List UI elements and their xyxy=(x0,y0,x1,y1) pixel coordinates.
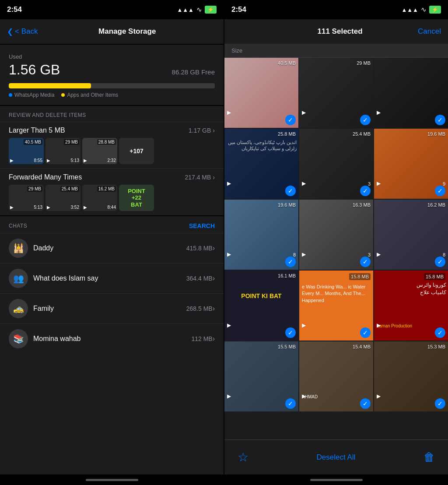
battery-icon-right: ⚡ xyxy=(429,6,441,14)
video-icon-2: ▶ xyxy=(47,158,50,163)
forwarded-thumb-row: 29 MB ▶ 5:13 25.4 MB ▶ 3:52 16.2 MB ▶ 8:… xyxy=(9,185,215,211)
cell-dur-3-3: 8 xyxy=(443,252,445,257)
nav-bar-left: ❮ < Back Manage Storage xyxy=(0,19,224,44)
larger-thumb-1-size: 40.5 MB xyxy=(24,139,42,145)
legend-apps-label: Apps and Other Items xyxy=(67,92,118,98)
forwarded-size: 217.4 MB › xyxy=(185,174,215,181)
chat-name-family: Family xyxy=(33,305,186,313)
cell-video-1-2: ▶ xyxy=(302,109,306,116)
chat-name-islam: What does Islam say xyxy=(33,274,186,282)
grid-row-5: 15.5 MB ▶ ✓ 15.4 MB AHMAD ▶ ✓ 15.3 MB ▶ … xyxy=(224,341,448,411)
forwarded-thumb-3: 16.2 MB ▶ 8:44 xyxy=(82,185,117,211)
chat-info-daddy: Daddy xyxy=(33,244,186,252)
chat-item-daddy[interactable]: 🕌 Daddy 415.8 MB › xyxy=(0,233,224,263)
cell-size-2-1: 25.8 MB xyxy=(278,131,296,137)
storage-free: 86.28 GB Free xyxy=(172,68,215,76)
grid-cell-4-3[interactable]: 15.8 MB کورونا وائرسکامیاب علاج Laman Pr… xyxy=(374,271,448,341)
legend-dot-apps xyxy=(61,93,65,97)
trash-button[interactable]: 🗑 xyxy=(424,450,435,464)
back-button[interactable]: ❮ < Back xyxy=(7,27,38,36)
legend-whatsapp-label: WhatsApp Media xyxy=(14,92,54,98)
fwd-video-icon-2: ▶ xyxy=(47,205,50,210)
star-button[interactable]: ☆ xyxy=(238,450,248,464)
forwarded-title-row: Forwarded Many Times 217.4 MB › xyxy=(9,173,215,181)
cell-size-3-3: 16.2 MB xyxy=(427,202,445,207)
forwarded-item[interactable]: Forwarded Many Times 217.4 MB › 29 MB ▶ … xyxy=(0,169,224,215)
cell-dur-3-2: 3 xyxy=(368,252,371,257)
chats-search-button[interactable]: SEARCH xyxy=(189,222,215,229)
cell-video-2-3: ▶ xyxy=(377,180,381,186)
forwarded-thumb-1: 29 MB ▶ 5:13 xyxy=(9,185,44,211)
forwarded-more-label: POINT+22BAT xyxy=(128,188,145,208)
urdu-text-4-3: کورونا وائرسکامیاب علاج xyxy=(376,281,446,296)
grid-row-2: 25.8 MB اندین بارپ ٹیکانڈوجی، پاکستان می… xyxy=(224,129,448,199)
larger-than-5mb-item[interactable]: Larger Than 5 MB 1.17 GB › 40.5 MB ▶ 8:5… xyxy=(0,122,224,169)
cell-video-2-2: ▶ xyxy=(302,180,306,186)
chevron-left-icon: ❮ xyxy=(7,27,13,36)
grid-cell-1-1[interactable]: 40.5 MB ▶ ✓ xyxy=(224,58,298,128)
chat-item-momina[interactable]: 📚 Momina wahab 112 MB › xyxy=(0,323,224,354)
cell-check-3-2: ✓ xyxy=(360,257,371,267)
grid-cell-3-1[interactable]: 19.6 MB ▶ 8 ✓ xyxy=(224,200,298,270)
chat-item-islam[interactable]: 👥 What does Islam say 364.4 MB › xyxy=(0,263,224,293)
grid-cell-5-3[interactable]: 15.3 MB ▶ ✓ xyxy=(374,341,448,411)
larger-thumb-more: +107 xyxy=(119,138,154,164)
forwarded-thumb-3-size: 16.2 MB xyxy=(97,186,116,192)
grid-cell-1-2[interactable]: 29 MB ▶ ✓ xyxy=(299,58,373,128)
status-bar-right: 2:54 ▲▲▲ ∿ ⚡ xyxy=(224,0,448,19)
signal-icon-right: ▲▲▲ xyxy=(401,7,418,13)
cell-video-1-1: ▶ xyxy=(227,109,231,116)
used-label: Used xyxy=(9,53,215,60)
cell-video-1-3: ▶ xyxy=(377,109,381,116)
cell-check-4-2: ✓ xyxy=(360,327,371,338)
grid-cell-3-2[interactable]: 16.3 MB ▶ 3 ✓ xyxy=(299,200,373,270)
cell-video-4-2: ▶ xyxy=(302,322,306,328)
chat-info-islam: What does Islam say xyxy=(33,274,186,282)
grid-cell-5-2[interactable]: 15.4 MB AHMAD ▶ ✓ xyxy=(299,341,373,411)
status-time-left: 2:54 xyxy=(7,5,22,14)
cancel-button[interactable]: Cancel xyxy=(418,27,441,36)
cell-dur-2-2: 3 xyxy=(368,181,371,186)
video-icon-1: ▶ xyxy=(10,158,14,163)
grid-cell-5-1[interactable]: 15.5 MB ▶ ✓ xyxy=(224,341,298,411)
forwarded-thumb-2: 25.4 MB ▶ 3:52 xyxy=(46,185,80,211)
forwarded-thumb-2-dur: 3:52 xyxy=(71,205,79,210)
larger-more-label: +107 xyxy=(130,148,144,155)
cell-dur-3-1: 8 xyxy=(293,252,296,257)
grid-row-3: 19.6 MB ▶ 8 ✓ 16.3 MB ▶ 3 ✓ 16.2 MB ▶ 8 … xyxy=(224,200,448,270)
cell-check-2-1: ✓ xyxy=(285,186,296,196)
larger-thumb-2-dur: 5:13 xyxy=(71,158,79,163)
signal-icon-left: ▲▲▲ xyxy=(177,7,194,13)
grid-cell-3-3[interactable]: 16.2 MB ▶ 8 ✓ xyxy=(374,200,448,270)
forwarded-thumb-more: POINT+22BAT xyxy=(119,185,154,211)
cell-video-4-1: ▶ xyxy=(227,322,231,328)
chat-item-family[interactable]: 🚕 Family 268.5 MB › xyxy=(0,293,224,323)
cell-size-3-2: 16.3 MB xyxy=(353,202,371,207)
right-panel: 2:54 ▲▲▲ ∿ ⚡ 111 Selected Cancel Size 40… xyxy=(224,0,448,485)
chat-size-family: 268.5 MB xyxy=(186,305,213,312)
grid-cell-2-3[interactable]: 19.6 MB ▶ 9 ✓ xyxy=(374,129,448,199)
deselect-all-button[interactable]: Deselect All xyxy=(317,453,356,462)
grid-cell-4-2[interactable]: 15.8 MB e Was Drinking Wa... ic Water Ev… xyxy=(299,271,373,341)
wifi-icon-left: ∿ xyxy=(196,6,202,14)
grid-cell-2-2[interactable]: 25.4 MB ▶ 3 ✓ xyxy=(299,129,373,199)
chat-arrow-family: › xyxy=(213,305,215,313)
bottom-toolbar: ☆ Deselect All 🗑 xyxy=(224,439,448,474)
cell-video-3-3: ▶ xyxy=(377,251,381,257)
larger-thumb-3-dur: 2:32 xyxy=(108,158,116,163)
grid-cell-2-1[interactable]: 25.8 MB اندین بارپ ٹیکانڈوجی، پاکستان می… xyxy=(224,129,298,199)
cell-size-4-3: 15.8 MB xyxy=(424,273,445,280)
grid-cell-1-3[interactable]: ▶ ✓ xyxy=(374,58,448,128)
larger-size: 1.17 GB › xyxy=(189,127,215,134)
cell-check-5-3: ✓ xyxy=(435,398,445,409)
cell-size-4-1: 16.1 MB xyxy=(278,273,296,278)
chat-arrow-daddy: › xyxy=(213,244,215,252)
chat-avatar-islam: 👥 xyxy=(9,269,28,288)
grid-cell-4-1[interactable]: 16.1 MB POINT KI BAT ▶ ✓ xyxy=(224,271,298,341)
forwarded-thumb-1-size: 29 MB xyxy=(27,186,42,192)
chat-info-momina: Momina wahab xyxy=(33,335,191,343)
media-grid: 40.5 MB ▶ ✓ 29 MB ▶ ✓ ▶ ✓ 25.8 MB اندین … xyxy=(224,58,448,439)
forwarded-arrow: › xyxy=(213,174,215,181)
chat-avatar-daddy: 🕌 xyxy=(9,239,28,258)
larger-title-row: Larger Than 5 MB 1.17 GB › xyxy=(9,127,215,134)
